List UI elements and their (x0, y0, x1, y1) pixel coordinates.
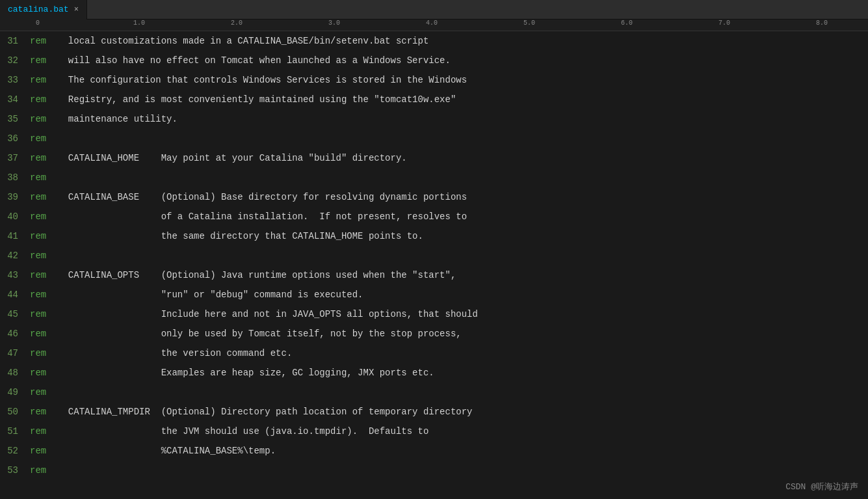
rem-keyword: rem (30, 446, 46, 456)
editor-area: 31rem local customizations made in a CAT… (0, 31, 868, 499)
code-line: 43rem CATALINA_OPTS (Optional) Java runt… (0, 265, 868, 285)
code-line: 42rem (0, 246, 868, 265)
rem-keyword: rem (30, 309, 46, 319)
line-content: rem CATALINA_OPTS (Optional) Java runtim… (25, 265, 456, 285)
code-line: 36rem (0, 129, 868, 148)
code-line: 49rem (0, 383, 868, 402)
line-content: rem only be used by Tomcat itself, not b… (25, 324, 462, 344)
rem-keyword: rem (30, 387, 46, 398)
line-number: 42 (0, 246, 25, 265)
line-content: rem Registry, and is most conveniently m… (25, 90, 456, 109)
line-number: 50 (0, 402, 25, 422)
line-content: rem the JVM should use (java.io.tmpdir).… (25, 422, 428, 441)
line-content: rem %CATALINA_BASE%\temp. (25, 441, 276, 461)
line-content: rem local customizations made in a CATAL… (25, 31, 428, 51)
rem-keyword: rem (30, 465, 46, 476)
line-number: 37 (0, 148, 25, 168)
line-content: rem of a Catalina installation. If not p… (25, 207, 467, 226)
line-content: rem "run" or "debug" command is executed… (25, 285, 363, 304)
code-line: 47rem the version command etc. (0, 344, 868, 363)
rem-keyword: rem (30, 250, 46, 261)
code-line: 53rem (0, 461, 868, 480)
line-content: rem CATALINA_HOME May point at your Cata… (25, 148, 407, 168)
rem-keyword: rem (30, 75, 46, 85)
code-line: 41rem the same directory that CATALINA_H… (0, 226, 868, 246)
rem-keyword: rem (30, 172, 46, 183)
line-number: 53 (0, 461, 25, 480)
line-number: 34 (0, 90, 25, 109)
rem-keyword: rem (30, 153, 46, 163)
line-number: 49 (0, 383, 25, 402)
line-content: rem CATALINA_TMPDIR (Optional) Directory… (25, 402, 473, 422)
rem-keyword: rem (30, 407, 46, 417)
line-number: 48 (0, 363, 25, 383)
code-line: 45rem Include here and not in JAVA_OPTS … (0, 304, 868, 324)
line-number: 46 (0, 324, 25, 344)
line-content: rem (25, 246, 46, 265)
line-content: rem (25, 461, 46, 480)
rem-keyword: rem (30, 211, 46, 222)
code-line: 31rem local customizations made in a CAT… (0, 31, 868, 51)
line-number: 32 (0, 51, 25, 70)
rem-keyword: rem (30, 55, 46, 66)
code-line: 38rem (0, 168, 868, 187)
rem-keyword: rem (30, 231, 46, 241)
ruler: 0 1.0 2.0 3.0 4.0 5.0 6.0 7.0 8.0 (0, 20, 868, 31)
rem-keyword: rem (30, 270, 46, 280)
line-number: 41 (0, 226, 25, 246)
line-content: rem maintenance utility. (25, 109, 178, 129)
code-line: 39rem CATALINA_BASE (Optional) Base dire… (0, 187, 868, 207)
line-content: rem will also have no effect on Tomcat w… (25, 51, 451, 70)
code-line: 32rem will also have no effect on Tomcat… (0, 51, 868, 70)
rem-keyword: rem (30, 348, 46, 358)
watermark: CSDN @听海边涛声 (785, 481, 858, 492)
line-number: 52 (0, 441, 25, 461)
tab-catalina[interactable]: catalina.bat × (0, 0, 87, 20)
line-number: 43 (0, 265, 25, 285)
line-number: 36 (0, 129, 25, 148)
code-line: 34rem Registry, and is most conveniently… (0, 90, 868, 109)
rem-keyword: rem (30, 426, 46, 437)
line-number: 35 (0, 109, 25, 129)
code-line: 50rem CATALINA_TMPDIR (Optional) Directo… (0, 402, 868, 422)
line-content: rem the version command etc. (25, 344, 292, 363)
rem-keyword: rem (30, 290, 46, 300)
line-content: rem The configuration that controls Wind… (25, 70, 467, 90)
rem-keyword: rem (30, 192, 46, 202)
tab-bar: catalina.bat × (0, 0, 868, 20)
line-number: 39 (0, 187, 25, 207)
line-content: rem Examples are heap size, GC logging, … (25, 363, 434, 383)
rem-keyword: rem (30, 133, 46, 144)
line-number: 44 (0, 285, 25, 304)
code-line: 51rem the JVM should use (java.io.tmpdir… (0, 422, 868, 441)
tab-label: catalina.bat (8, 5, 69, 14)
line-content: rem CATALINA_BASE (Optional) Base direct… (25, 187, 467, 207)
code-line: 52rem %CATALINA_BASE%\temp. (0, 441, 868, 461)
rem-keyword: rem (30, 36, 46, 46)
tab-close-icon[interactable]: × (74, 5, 79, 14)
line-number: 31 (0, 31, 25, 51)
line-content: rem (25, 383, 46, 402)
line-content: rem the same directory that CATALINA_HOM… (25, 226, 423, 246)
line-number: 51 (0, 422, 25, 441)
line-content: rem Include here and not in JAVA_OPTS al… (25, 304, 478, 324)
code-line: 33rem The configuration that controls Wi… (0, 70, 868, 90)
line-content: rem (25, 129, 46, 148)
line-number: 45 (0, 304, 25, 324)
rem-keyword: rem (30, 114, 46, 124)
rem-keyword: rem (30, 368, 46, 378)
code-line: 40rem of a Catalina installation. If not… (0, 207, 868, 226)
line-number: 40 (0, 207, 25, 226)
line-number: 33 (0, 70, 25, 90)
line-number: 38 (0, 168, 25, 187)
line-number: 47 (0, 344, 25, 363)
line-content: rem (25, 168, 46, 187)
code-line: 35rem maintenance utility. (0, 109, 868, 129)
rem-keyword: rem (30, 94, 46, 105)
code-line: 37rem CATALINA_HOME May point at your Ca… (0, 148, 868, 168)
code-line: 48rem Examples are heap size, GC logging… (0, 363, 868, 383)
rem-keyword: rem (30, 329, 46, 339)
code-line: 46rem only be used by Tomcat itself, not… (0, 324, 868, 344)
code-line: 44rem "run" or "debug" command is execut… (0, 285, 868, 304)
